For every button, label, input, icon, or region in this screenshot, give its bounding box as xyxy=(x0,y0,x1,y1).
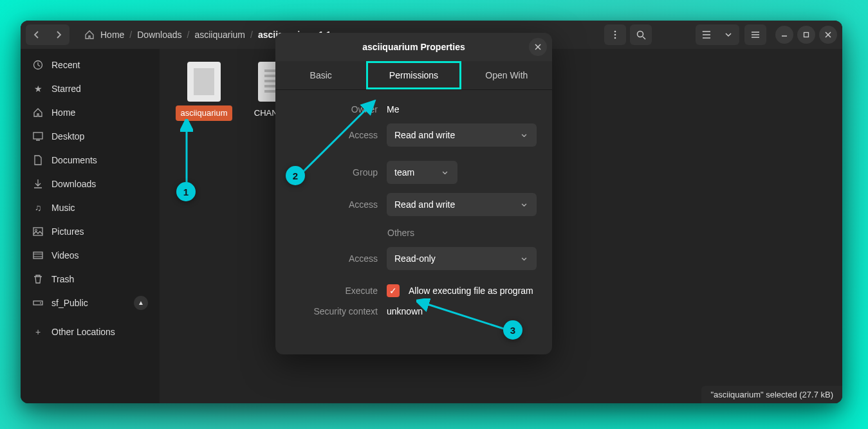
sidebar-item-label: Home xyxy=(51,107,75,118)
music-icon: ♫ xyxy=(32,202,44,214)
sidebar-item-starred[interactable]: ★Starred xyxy=(21,77,160,100)
recent-icon xyxy=(32,59,44,71)
svg-point-12 xyxy=(40,302,41,304)
svg-point-3 xyxy=(637,31,643,37)
sidebar-item-label: Documents xyxy=(51,155,97,165)
search-button[interactable] xyxy=(630,24,652,45)
dialog-header: asciiquarium Properties xyxy=(275,33,552,61)
others-section-label: Others xyxy=(387,228,537,238)
tab-permissions[interactable]: Permissions xyxy=(366,61,461,89)
svg-point-4 xyxy=(703,32,703,32)
nav-buttons xyxy=(26,24,69,45)
properties-dialog: asciiquarium Properties Basic Permission… xyxy=(275,33,552,354)
close-button[interactable] xyxy=(819,26,837,44)
downloads-icon xyxy=(32,178,44,190)
svg-rect-5 xyxy=(804,33,809,37)
svg-rect-7 xyxy=(33,132,42,139)
sidebar-item-label: Downloads xyxy=(51,179,96,189)
svg-point-9 xyxy=(35,229,37,231)
pictures-icon xyxy=(32,226,44,237)
sidebar-item-label: Recent xyxy=(51,60,80,70)
eject-button[interactable]: ▲ xyxy=(134,296,148,310)
home-icon xyxy=(84,29,95,41)
sidebar-item-videos[interactable]: Videos xyxy=(21,243,160,267)
sidebar-item-sf-public[interactable]: sf_Public▲ xyxy=(21,291,160,315)
status-text: "asciiquarium" selected (27.7 kB) xyxy=(710,390,833,399)
tab-basic[interactable]: Basic xyxy=(275,61,366,89)
sidebar-item-music[interactable]: ♫Music xyxy=(21,196,160,219)
others-access-select[interactable]: Read-only xyxy=(387,247,537,270)
tab-open-with[interactable]: Open With xyxy=(461,61,552,89)
sidebar-item-desktop[interactable]: Desktop xyxy=(21,124,160,148)
annotation-badge-1: 1 xyxy=(176,182,196,201)
forward-button[interactable] xyxy=(48,24,69,45)
breadcrumb-segment[interactable]: Home xyxy=(100,30,124,40)
breadcrumb-separator: / xyxy=(129,30,132,40)
group-select[interactable]: team xyxy=(387,161,457,184)
desktop-icon xyxy=(32,131,44,142)
sidebar-item-label: Trash xyxy=(51,274,74,284)
file-label: asciiquarium xyxy=(176,105,233,121)
annotation-badge-3: 3 xyxy=(503,320,522,340)
access-label: Access xyxy=(291,199,378,210)
status-bar: "asciiquarium" selected (27.7 kB) xyxy=(701,386,842,403)
back-button[interactable] xyxy=(26,24,48,45)
dialog-tabs: Basic Permissions Open With xyxy=(275,61,552,90)
execute-checkbox[interactable]: ✓ xyxy=(387,284,400,297)
file-item-asciiquarium[interactable]: asciiquarium xyxy=(175,62,233,121)
svg-point-1 xyxy=(614,34,616,36)
access-label: Access xyxy=(291,253,378,264)
star-icon: ★ xyxy=(32,83,44,95)
sidebar-item-downloads[interactable]: Downloads xyxy=(21,172,160,196)
maximize-button[interactable] xyxy=(797,26,815,44)
sidebar-item-label: Music xyxy=(51,203,75,213)
minimize-button[interactable] xyxy=(775,26,793,44)
breadcrumb-segment[interactable]: asciiquarium xyxy=(194,30,245,40)
annotation-badge-2: 2 xyxy=(286,166,305,185)
sidebar: Recent ★Starred Home Desktop Documents D… xyxy=(21,49,160,403)
documents-icon xyxy=(32,154,44,166)
sidebar-item-label: Pictures xyxy=(51,226,84,237)
group-access-select[interactable]: Read and write xyxy=(387,193,537,216)
svg-point-2 xyxy=(614,37,616,39)
sidebar-item-label: sf_Public xyxy=(51,298,88,308)
access-label: Access xyxy=(291,130,378,140)
sidebar-item-trash[interactable]: Trash xyxy=(21,267,160,291)
sidebar-item-other-locations[interactable]: +Other Locations xyxy=(21,320,160,343)
sidebar-item-label: Starred xyxy=(51,84,81,94)
svg-rect-8 xyxy=(33,228,42,235)
breadcrumb-separator: / xyxy=(250,30,253,40)
svg-rect-10 xyxy=(33,252,42,259)
videos-icon xyxy=(32,250,44,261)
sidebar-item-home[interactable]: Home xyxy=(21,100,160,124)
hamburger-menu-button[interactable] xyxy=(744,24,766,45)
sidebar-item-label: Desktop xyxy=(51,131,84,141)
security-context-label: Security context xyxy=(291,306,378,316)
owner-label: Owner xyxy=(291,104,378,114)
sidebar-item-pictures[interactable]: Pictures xyxy=(21,219,160,243)
execute-label: Execute xyxy=(291,286,378,296)
home-icon xyxy=(32,107,44,118)
svg-point-0 xyxy=(614,31,616,33)
sidebar-item-label: Videos xyxy=(51,250,79,260)
execute-checkbox-label: Allow executing file as program xyxy=(409,286,533,296)
security-context-value: unknown xyxy=(387,306,537,316)
trash-icon xyxy=(32,273,44,285)
owner-value: Me xyxy=(387,104,537,114)
owner-access-select[interactable]: Read and write xyxy=(387,123,537,147)
breadcrumb-segment[interactable]: Downloads xyxy=(137,30,181,40)
kebab-menu-button[interactable] xyxy=(604,24,626,45)
sidebar-item-documents[interactable]: Documents xyxy=(21,148,160,172)
drive-icon xyxy=(32,297,44,309)
sidebar-item-recent[interactable]: Recent xyxy=(21,53,160,77)
dialog-body: Owner Me Access Read and write Group tea… xyxy=(275,90,552,354)
sidebar-item-label: Other Locations xyxy=(51,327,115,337)
titlebar-actions xyxy=(604,24,837,45)
plus-icon: + xyxy=(32,326,44,338)
list-view-button[interactable] xyxy=(696,24,717,45)
breadcrumb-separator: / xyxy=(187,30,190,40)
script-file-icon xyxy=(187,62,221,102)
dialog-title: asciiquarium Properties xyxy=(362,42,465,52)
dialog-close-button[interactable] xyxy=(529,38,547,56)
view-options-dropdown[interactable] xyxy=(717,24,739,45)
